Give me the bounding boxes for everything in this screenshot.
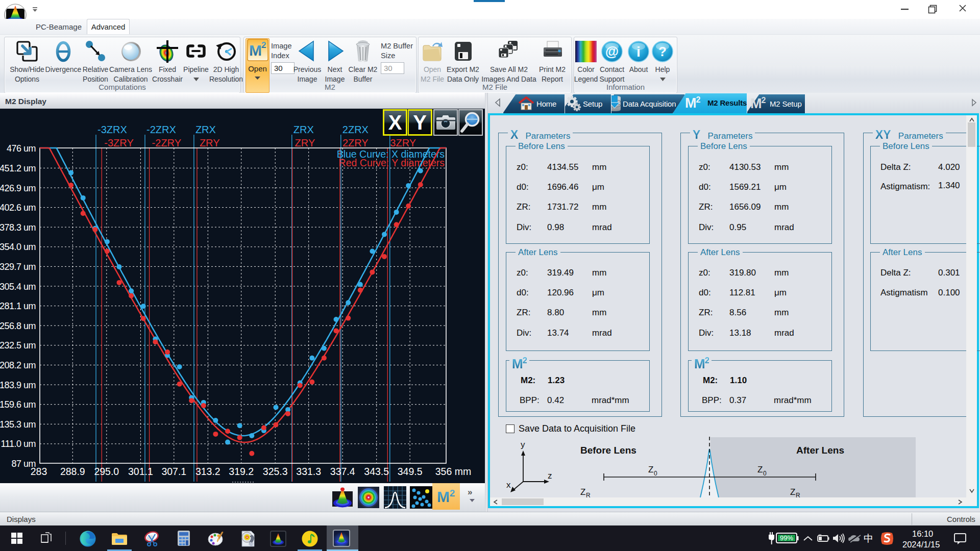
svg-text:402.6 um: 402.6 um xyxy=(0,203,36,213)
svg-text:343.5: 343.5 xyxy=(364,466,389,477)
svg-text:0: 0 xyxy=(654,470,657,477)
svg-text:ZRY: ZRY xyxy=(295,137,315,148)
svg-text:?: ? xyxy=(658,44,667,59)
svg-text:476 um: 476 um xyxy=(7,143,36,154)
svg-text:-3ZRX: -3ZRX xyxy=(97,124,127,135)
svg-text:319.2: 319.2 xyxy=(229,466,254,477)
svg-text:-2ZRX: -2ZRX xyxy=(146,124,176,135)
svg-text:Z: Z xyxy=(580,487,585,497)
svg-text:Z: Z xyxy=(790,487,795,497)
svg-text:349.5: 349.5 xyxy=(398,466,423,477)
svg-text:295.0: 295.0 xyxy=(94,466,119,477)
svg-text:208.2 um: 208.2 um xyxy=(0,360,36,370)
svg-text:337.4: 337.4 xyxy=(330,466,355,477)
svg-text:Red Curve: Y diameters: Red Curve: Y diameters xyxy=(339,157,445,168)
svg-text:305.4 um: 305.4 um xyxy=(0,282,36,292)
svg-text:111.0 um: 111.0 um xyxy=(1,439,36,449)
svg-text:R: R xyxy=(586,492,591,497)
svg-text:ZRY: ZRY xyxy=(200,137,220,148)
svg-text:329.7 um: 329.7 um xyxy=(0,262,36,272)
svg-text:426.9 um: 426.9 um xyxy=(0,183,36,193)
svg-text:313.2: 313.2 xyxy=(195,466,220,477)
svg-text:i: i xyxy=(636,44,641,60)
svg-text:3ZRY: 3ZRY xyxy=(390,137,416,148)
svg-text:356 mm: 356 mm xyxy=(435,466,471,477)
svg-text:2ZRX: 2ZRX xyxy=(342,124,369,135)
svg-text:331.3: 331.3 xyxy=(296,466,321,477)
svg-text:-2ZRY: -2ZRY xyxy=(152,137,181,148)
svg-text:301.1: 301.1 xyxy=(128,466,153,477)
svg-text:256.8 um: 256.8 um xyxy=(0,321,36,331)
svg-text:ZRX: ZRX xyxy=(293,124,314,135)
svg-text:0: 0 xyxy=(763,470,767,477)
svg-text:M: M xyxy=(249,42,262,59)
svg-text:307.1: 307.1 xyxy=(161,466,186,477)
svg-text:ZRX: ZRX xyxy=(195,124,216,135)
svg-text:354.0 um: 354.0 um xyxy=(0,242,36,252)
svg-text:281.1 um: 281.1 um xyxy=(0,301,36,311)
svg-text:183.9 um: 183.9 um xyxy=(0,380,36,390)
svg-text:R: R xyxy=(796,492,800,497)
svg-text:288.9: 288.9 xyxy=(60,466,85,477)
svg-text:-3ZRY: -3ZRY xyxy=(104,137,133,148)
svg-text:99%: 99% xyxy=(780,534,793,542)
svg-text:@: @ xyxy=(605,44,619,59)
svg-text:135.3 um: 135.3 um xyxy=(0,419,36,430)
svg-text:159.6 um: 159.6 um xyxy=(0,399,36,410)
svg-text:232.5 um: 232.5 um xyxy=(0,340,36,350)
svg-text:2ZRY: 2ZRY xyxy=(342,137,369,148)
svg-text:Z: Z xyxy=(648,465,653,474)
svg-text:451.2 um: 451.2 um xyxy=(0,163,36,173)
svg-text:325.3: 325.3 xyxy=(263,466,288,477)
svg-text:2: 2 xyxy=(261,40,266,50)
svg-text:283: 283 xyxy=(31,466,47,477)
svg-text:Z: Z xyxy=(757,465,763,474)
svg-text:378.3 um: 378.3 um xyxy=(0,222,36,233)
